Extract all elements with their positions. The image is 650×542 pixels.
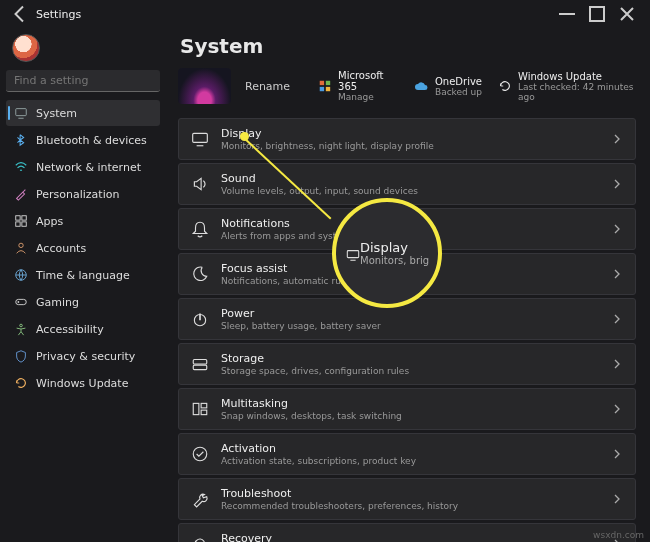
card-sub: Notifications, automatic rules [221, 276, 599, 286]
sidebar-item-wifi[interactable]: Network & internet [6, 154, 160, 180]
svg-rect-4 [22, 216, 26, 220]
svg-rect-13 [320, 87, 324, 91]
status-title: Microsoft 365 [338, 70, 397, 92]
svg-rect-20 [201, 403, 207, 408]
card-sub: Monitors, brightness, night light, displ… [221, 141, 599, 151]
status-sub: Manage [338, 92, 397, 102]
chevron-right-icon [611, 178, 623, 190]
svg-rect-15 [193, 133, 208, 142]
status-m365[interactable]: Microsoft 365Manage [318, 70, 397, 102]
card-sound[interactable]: SoundVolume levels, output, input, sound… [178, 163, 636, 205]
chevron-right-icon [611, 358, 623, 370]
svg-point-7 [19, 243, 23, 247]
card-recovery[interactable]: RecoveryReset, advanced startup, go back [178, 523, 636, 542]
card-moon[interactable]: Focus assistNotifications, automatic rul… [178, 253, 636, 295]
search-input[interactable] [14, 74, 159, 87]
card-title: Recovery [221, 532, 599, 542]
page-heading: System [180, 34, 636, 58]
svg-rect-18 [193, 365, 207, 370]
card-sub: Alerts from apps and system [221, 231, 599, 241]
status-title: OneDrive [435, 76, 482, 87]
chevron-right-icon [611, 403, 623, 415]
power-icon [191, 310, 209, 328]
sidebar-item-brush[interactable]: Personalization [6, 181, 160, 207]
cloud-icon [413, 78, 429, 94]
brush-icon [14, 187, 28, 201]
card-multitask[interactable]: MultitaskingSnap windows, desktops, task… [178, 388, 636, 430]
shield-icon [14, 349, 28, 363]
chevron-right-icon [611, 133, 623, 145]
nav-label: Windows Update [36, 377, 128, 390]
card-title: Display [221, 127, 599, 140]
svg-rect-3 [16, 216, 20, 220]
wallpaper-thumbnail[interactable] [178, 68, 231, 104]
sidebar-item-globe[interactable]: Time & language [6, 262, 160, 288]
window-title: Settings [36, 8, 81, 21]
sidebar-item-accessibility[interactable]: Accessibility [6, 316, 160, 342]
sidebar-item-shield[interactable]: Privacy & security [6, 343, 160, 369]
card-sub: Sleep, battery usage, battery saver [221, 321, 599, 331]
chevron-right-icon [611, 493, 623, 505]
sidebar-item-gamepad[interactable]: Gaming [6, 289, 160, 315]
sound-icon [191, 175, 209, 193]
close-button[interactable] [612, 2, 642, 26]
storage-icon [191, 355, 209, 373]
multitask-icon [191, 400, 209, 418]
status-title: Windows Update [518, 71, 636, 82]
nav-label: System [36, 107, 77, 120]
card-title: Storage [221, 352, 599, 365]
svg-point-10 [20, 324, 23, 327]
svg-rect-9 [16, 299, 27, 304]
globe-icon [14, 268, 28, 282]
status-cloud[interactable]: OneDriveBacked up [413, 70, 482, 102]
card-title: Activation [221, 442, 599, 455]
svg-rect-5 [16, 222, 20, 226]
svg-rect-12 [326, 81, 330, 85]
card-display[interactable]: DisplayMonitors, brightness, night light… [178, 118, 636, 160]
card-sub: Recommended troubleshooters, preferences… [221, 501, 599, 511]
card-title: Sound [221, 172, 599, 185]
moon-icon [191, 265, 209, 283]
sidebar-item-apps[interactable]: Apps [6, 208, 160, 234]
chevron-right-icon [611, 268, 623, 280]
svg-rect-17 [193, 360, 207, 365]
card-check[interactable]: ActivationActivation state, subscription… [178, 433, 636, 475]
card-bell[interactable]: NotificationsAlerts from apps and system [178, 208, 636, 250]
nav-label: Privacy & security [36, 350, 135, 363]
minimize-button[interactable] [552, 2, 582, 26]
maximize-button[interactable] [582, 2, 612, 26]
svg-rect-14 [326, 87, 330, 91]
check-icon [191, 445, 209, 463]
sidebar-item-person[interactable]: Accounts [6, 235, 160, 261]
nav-label: Network & internet [36, 161, 141, 174]
bluetooth-icon [14, 133, 28, 147]
nav-label: Apps [36, 215, 63, 228]
chevron-right-icon [611, 223, 623, 235]
sidebar-item-system[interactable]: System [6, 100, 160, 126]
card-title: Focus assist [221, 262, 599, 275]
nav-label: Time & language [36, 269, 130, 282]
card-storage[interactable]: StorageStorage space, drives, configurat… [178, 343, 636, 385]
recovery-icon [191, 535, 209, 542]
card-wrench[interactable]: TroubleshootRecommended troubleshooters,… [178, 478, 636, 520]
svg-rect-0 [590, 7, 604, 21]
person-icon [14, 241, 28, 255]
status-update[interactable]: Windows UpdateLast checked: 42 minutes a… [498, 70, 636, 102]
search-box[interactable] [6, 70, 160, 92]
rename-link[interactable]: Rename [245, 80, 290, 93]
gamepad-icon [14, 295, 28, 309]
svg-rect-11 [320, 81, 324, 85]
card-title: Troubleshoot [221, 487, 599, 500]
chevron-right-icon [611, 448, 623, 460]
sidebar-item-bluetooth[interactable]: Bluetooth & devices [6, 127, 160, 153]
back-button[interactable] [8, 2, 32, 26]
card-title: Power [221, 307, 599, 320]
nav-label: Bluetooth & devices [36, 134, 147, 147]
card-sub: Snap windows, desktops, task switching [221, 411, 599, 421]
bell-icon [191, 220, 209, 238]
sidebar-item-update[interactable]: Windows Update [6, 370, 160, 396]
wifi-icon [14, 160, 28, 174]
user-avatar[interactable] [12, 34, 40, 62]
system-icon [14, 106, 28, 120]
card-power[interactable]: PowerSleep, battery usage, battery saver [178, 298, 636, 340]
